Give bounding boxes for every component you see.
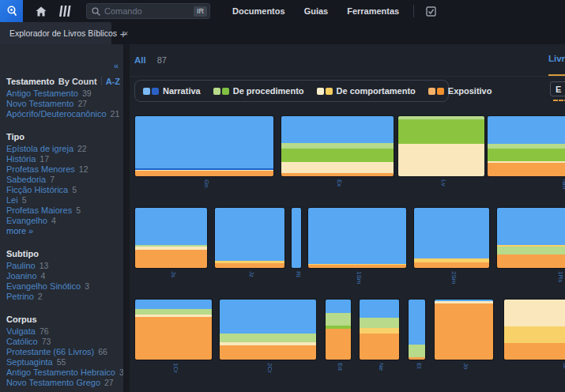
- book-bar-Sl[interactable]: [504, 300, 565, 360]
- filter-item[interactable]: Joanino4: [6, 271, 123, 281]
- filter-item[interactable]: Protestante (66 Livros)66: [6, 347, 123, 357]
- command-input[interactable]: [104, 6, 194, 16]
- book-bar-Jó[interactable]: [435, 300, 493, 360]
- section-header: Corpus: [6, 314, 123, 324]
- legend-swatches: [143, 88, 159, 95]
- sidebar-sections: TestamentoBy CountA-ZAntigo Testamento39…: [6, 76, 123, 392]
- book-label-Js: Js: [168, 271, 176, 277]
- book-label-Sl: Sl: [560, 363, 565, 368]
- book-bar-Ex[interactable]: [281, 116, 394, 176]
- book-label-Ex: Ex: [334, 179, 342, 187]
- book-bar-1Cr[interactable]: [135, 300, 212, 360]
- filter-item-count: 3: [85, 281, 89, 291]
- filter-item[interactable]: História17: [6, 154, 123, 164]
- filter-item-label: Petrino: [6, 292, 34, 301]
- filter-tab-all[interactable]: All: [134, 55, 146, 65]
- sort-by-count-button[interactable]: By Count: [58, 77, 97, 86]
- filter-item-count: 21: [111, 109, 120, 119]
- book-bar-1Rs[interactable]: [497, 208, 565, 268]
- section-header: Tipo: [6, 131, 123, 141]
- home-button[interactable]: [29, 0, 53, 22]
- book-bar-Nm[interactable]: [488, 116, 565, 176]
- view-tab-underline: [548, 74, 565, 76]
- book-bar-2Cr[interactable]: [220, 300, 316, 360]
- segment-blue: [497, 208, 565, 245]
- filter-item[interactable]: Sabedoria7: [6, 175, 123, 185]
- filter-item[interactable]: Vulgata76: [6, 326, 123, 337]
- book-bar-Js[interactable]: [135, 208, 207, 268]
- filter-item[interactable]: Antigo Testamento39: [6, 89, 123, 99]
- book-label-Nm: Nm: [559, 179, 565, 189]
- segment-lightgreen: [497, 247, 565, 254]
- book-bar-Gn[interactable]: [135, 116, 273, 176]
- style-selector-partial[interactable]: E: [550, 81, 565, 96]
- book-bar-Rt[interactable]: [292, 208, 301, 268]
- filter-item[interactable]: Católico73: [6, 337, 123, 347]
- filter-item[interactable]: Septuaginta55: [6, 357, 123, 368]
- legend-item: De procedimento: [213, 86, 304, 96]
- legend-label: De procedimento: [233, 86, 304, 96]
- sort-az-button[interactable]: A-Z: [106, 77, 120, 86]
- filter-item-label: Protestante (66 Livros): [6, 347, 94, 356]
- filter-item[interactable]: Novo Testamento Grego27: [6, 378, 123, 388]
- tab-bar: Explorador de Livros Bíblicos × +: [0, 22, 565, 44]
- segment-green: [398, 119, 484, 143]
- checklist-button[interactable]: [419, 0, 443, 22]
- more-link[interactable]: more »: [6, 226, 123, 236]
- legend-swatch-dark: [152, 88, 159, 95]
- logos-app-logo[interactable]: [0, 0, 23, 22]
- go-shortcut-badge[interactable]: IR: [194, 6, 207, 17]
- book-label-2Cr: 2Cr: [265, 363, 273, 373]
- legend-item: Expositivo: [428, 86, 492, 96]
- view-tab-livros[interactable]: Livros: [548, 54, 565, 63]
- menu-ferramentas[interactable]: Ferramentas: [337, 6, 409, 16]
- book-bar-Ed[interactable]: [326, 300, 351, 360]
- segment-cream: [504, 300, 565, 326]
- book-label-1Cr: 1Cr: [171, 363, 179, 373]
- segment-orange: [435, 303, 493, 360]
- book-bar-Ne[interactable]: [360, 300, 399, 360]
- segment-blue: [292, 208, 301, 268]
- filter-item[interactable]: Profetas Maiores5: [6, 205, 123, 216]
- filter-item-count: 39: [82, 89, 92, 98]
- book-bar-1Sm[interactable]: [308, 208, 406, 268]
- filter-item[interactable]: Novo Testamento27: [6, 99, 123, 109]
- filter-item[interactable]: Lei5: [6, 195, 123, 205]
- segment-orange: [488, 163, 565, 176]
- filter-item[interactable]: Evangelho Sinótico3: [6, 281, 123, 292]
- segment-orange: [135, 317, 212, 360]
- menu-documentos[interactable]: Documentos: [223, 6, 295, 16]
- book-bar-Lv[interactable]: [398, 116, 484, 176]
- book-bar-2Sm[interactable]: [414, 208, 489, 268]
- filter-item-label: Evangelho: [6, 216, 47, 225]
- filter-item-count: 27: [77, 99, 87, 108]
- filter-item-label: Profetas Maiores: [6, 205, 72, 215]
- filter-item[interactable]: Petrino2: [6, 292, 123, 302]
- filter-item-label: Novo Testamento Grego: [6, 378, 100, 387]
- sort-divider: [101, 77, 102, 85]
- library-button[interactable]: [53, 0, 77, 22]
- checkbox-icon: [426, 6, 436, 17]
- filter-item-label: História: [6, 154, 36, 164]
- section-title: Subtipo: [6, 249, 39, 258]
- filter-item-count: 5: [22, 195, 27, 205]
- filter-item[interactable]: Ficção Histórica5: [6, 185, 123, 195]
- filter-item[interactable]: Apócrifo/Deuterocanônico21: [6, 109, 123, 119]
- filter-item-count: 66: [98, 347, 107, 356]
- book-bar-Et[interactable]: [409, 300, 425, 360]
- collapse-sidebar-icon[interactable]: «: [114, 62, 119, 70]
- tab-explorador-livros-biblicos[interactable]: Explorador de Livros Bíblicos ×: [0, 22, 111, 44]
- new-tab-button[interactable]: +: [111, 22, 135, 44]
- home-icon: [36, 6, 47, 17]
- filter-item[interactable]: Paulino13: [6, 261, 123, 271]
- filter-item[interactable]: Profetas Menores12: [6, 164, 123, 175]
- filter-item[interactable]: Evangelho4: [6, 216, 123, 226]
- segment-lightgreen: [135, 309, 212, 315]
- command-searchbox[interactable]: IR: [86, 3, 210, 19]
- menu-guias[interactable]: Guias: [295, 6, 338, 16]
- logos-logo-icon: [6, 5, 18, 17]
- filter-item[interactable]: Epístola de igreja22: [6, 144, 123, 154]
- book-bar-Jz[interactable]: [215, 208, 284, 268]
- filter-item[interactable]: Antigo Testamento Hebraico39: [6, 368, 123, 378]
- filter-item-count: 76: [40, 326, 49, 336]
